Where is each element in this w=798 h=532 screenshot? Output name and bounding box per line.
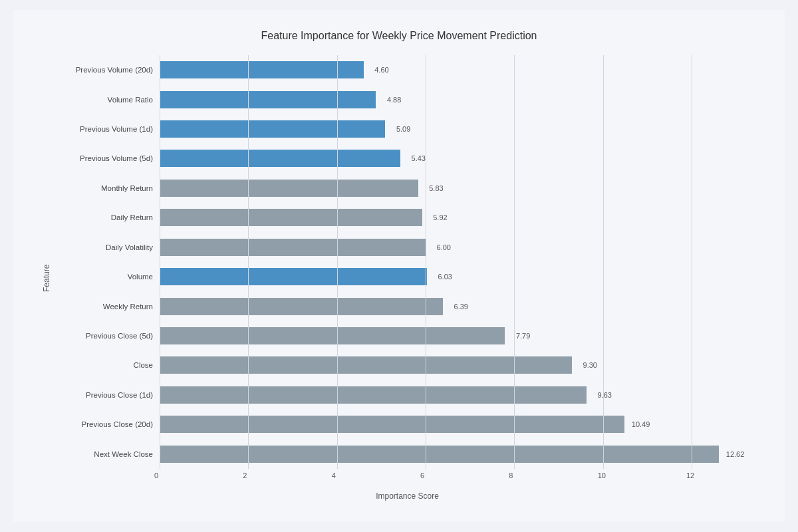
bar: 5.92 bbox=[160, 209, 422, 226]
bar-track: 6.03 bbox=[160, 267, 758, 286]
bar-row: Daily Volatility6.00 bbox=[57, 233, 758, 262]
bar-track: 5.92 bbox=[160, 208, 758, 227]
bar-label: Volume bbox=[57, 273, 160, 281]
bar-row: Monthly Return5.83 bbox=[57, 174, 758, 203]
bar-row: Previous Close (20d)10.49 bbox=[57, 410, 758, 439]
plot-area: Previous Volume (20d)4.60Volume Ratio4.8… bbox=[57, 55, 758, 501]
chart-area: Feature Previous Volume (20d)4.60Volume … bbox=[40, 55, 758, 501]
bar-label: Daily Volatility bbox=[57, 243, 160, 251]
bar: 9.63 bbox=[160, 386, 587, 404]
bar-row: Previous Volume (5d)5.43 bbox=[57, 144, 758, 173]
bar: 5.43 bbox=[160, 150, 400, 167]
bar-track: 9.30 bbox=[160, 356, 758, 374]
bar-value-label: 6.00 bbox=[437, 243, 451, 251]
x-tick-label: 4 bbox=[332, 471, 336, 479]
bar: 4.88 bbox=[160, 91, 376, 108]
bar-label: Next Week Close bbox=[57, 450, 160, 458]
bar-value-label: 10.49 bbox=[632, 420, 650, 428]
bar-track: 4.88 bbox=[160, 90, 758, 109]
x-tick-label: 6 bbox=[420, 471, 424, 479]
x-tick-label: 12 bbox=[686, 471, 694, 479]
bar-row: Weekly Return6.39 bbox=[57, 291, 758, 321]
chart-container: Feature Importance for Weekly Price Move… bbox=[13, 10, 785, 522]
bar-track: 9.63 bbox=[160, 386, 758, 404]
bar-row: Daily Return5.92 bbox=[57, 203, 758, 232]
x-axis-label: Importance Score bbox=[57, 491, 758, 501]
bar-label: Previous Volume (20d) bbox=[57, 66, 160, 74]
bar: 6.03 bbox=[160, 268, 427, 285]
x-tick-label: 8 bbox=[509, 471, 513, 479]
bar-track: 4.60 bbox=[160, 61, 758, 79]
bar-value-label: 9.30 bbox=[583, 361, 597, 369]
bar-row: Close9.30 bbox=[57, 350, 758, 380]
bar: 12.62 bbox=[160, 446, 719, 463]
bar-label: Previous Close (5d) bbox=[57, 332, 160, 340]
bar-track: 12.62 bbox=[160, 445, 758, 464]
bar-track: 6.39 bbox=[160, 297, 758, 316]
bar-track: 10.49 bbox=[160, 415, 758, 434]
bar-row: Next Week Close12.62 bbox=[57, 439, 758, 468]
bar-label: Close bbox=[57, 361, 160, 369]
bar: 6.39 bbox=[160, 298, 443, 315]
bar-track: 6.00 bbox=[160, 238, 758, 257]
bar-label: Daily Return bbox=[57, 213, 160, 221]
bar: 6.00 bbox=[160, 239, 426, 256]
bar: 5.09 bbox=[160, 120, 385, 138]
bar-value-label: 5.09 bbox=[396, 125, 410, 133]
bar-row: Previous Volume (1d)5.09 bbox=[57, 114, 758, 144]
bar: 10.49 bbox=[160, 416, 624, 433]
x-tick-label: 2 bbox=[243, 471, 247, 479]
bar-label: Weekly Return bbox=[57, 303, 160, 311]
bar-value-label: 6.39 bbox=[454, 303, 468, 311]
bar: 5.83 bbox=[160, 180, 418, 197]
bar: 4.60 bbox=[160, 61, 364, 78]
bar-value-label: 12.62 bbox=[726, 450, 745, 458]
bar-row: Volume6.03 bbox=[57, 262, 758, 291]
bar-value-label: 4.60 bbox=[374, 66, 388, 74]
y-axis-label: Feature bbox=[40, 55, 53, 501]
bar-track: 5.83 bbox=[160, 179, 758, 198]
bar-track: 7.79 bbox=[160, 327, 758, 345]
bar-value-label: 5.43 bbox=[412, 154, 426, 162]
bar: 9.30 bbox=[160, 356, 572, 374]
bar-track: 5.09 bbox=[160, 120, 758, 138]
x-tick-label: 10 bbox=[598, 471, 606, 479]
bar-label: Previous Volume (5d) bbox=[57, 154, 160, 162]
bar-label: Volume Ratio bbox=[57, 96, 160, 104]
bar-value-label: 9.63 bbox=[598, 391, 612, 399]
bar-label: Monthly Return bbox=[57, 184, 160, 192]
bar-value-label: 7.79 bbox=[516, 332, 530, 340]
bar-value-label: 6.03 bbox=[438, 273, 452, 281]
bar-row: Previous Close (5d)7.79 bbox=[57, 321, 758, 350]
bar-label: Previous Close (1d) bbox=[57, 391, 160, 399]
bars-section: Previous Volume (20d)4.60Volume Ratio4.8… bbox=[57, 55, 758, 469]
bar-label: Previous Close (20d) bbox=[57, 420, 160, 428]
bar-value-label: 5.83 bbox=[429, 184, 443, 192]
bar-value-label: 5.92 bbox=[433, 213, 447, 221]
bar-row: Volume Ratio4.88 bbox=[57, 84, 758, 114]
bar-label: Previous Volume (1d) bbox=[57, 125, 160, 133]
bar: 7.79 bbox=[160, 327, 505, 344]
x-tick-label: 0 bbox=[154, 471, 158, 479]
bar-row: Previous Volume (20d)4.60 bbox=[57, 55, 758, 84]
bar-track: 5.43 bbox=[160, 149, 758, 168]
bar-value-label: 4.88 bbox=[387, 96, 401, 104]
bar-row: Previous Close (1d)9.63 bbox=[57, 380, 758, 410]
chart-title: Feature Importance for Weekly Price Move… bbox=[40, 30, 758, 42]
x-axis: 024681012 bbox=[160, 471, 758, 485]
